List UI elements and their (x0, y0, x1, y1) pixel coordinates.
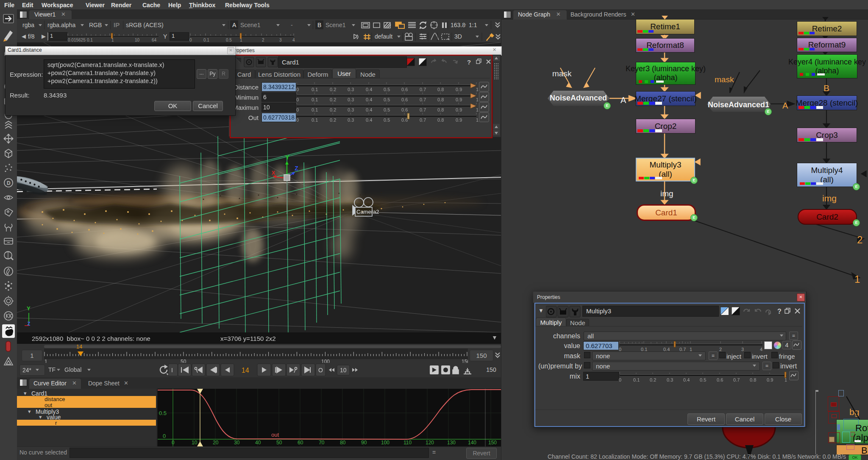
svg-text:90: 90 (361, 440, 367, 446)
svg-text:2: 2 (719, 347, 722, 352)
svg-text:0.1: 0.1 (633, 377, 640, 382)
svg-text:0.3: 0.3 (348, 117, 354, 123)
svg-text:I: I (171, 367, 173, 374)
svg-text:0.6: 0.6 (401, 87, 408, 92)
svg-text:0.7: 0.7 (420, 97, 426, 102)
svg-text:3: 3 (279, 38, 282, 42)
svg-text:1: 1 (476, 107, 479, 112)
svg-text:150: 150 (488, 440, 497, 446)
svg-text:0.3: 0.3 (348, 97, 354, 102)
svg-text:0: 0 (296, 117, 299, 123)
svg-text:0: 0 (619, 377, 621, 382)
svg-text:120: 120 (426, 440, 434, 446)
svg-text:0.4: 0.4 (683, 377, 690, 382)
svg-text:Camera2: Camera2 (356, 209, 379, 215)
svg-text:1: 1 (476, 97, 479, 102)
svg-text:0.3: 0.3 (667, 377, 673, 382)
svg-text:0.5: 0.5 (700, 377, 706, 382)
svg-text:0.6: 0.6 (401, 97, 408, 102)
svg-text:0.2: 0.2 (330, 117, 336, 123)
svg-text:3D: 3D (454, 33, 462, 40)
svg-text:20: 20 (213, 440, 219, 446)
svg-text:80: 80 (340, 440, 346, 446)
svg-text:0.5: 0.5 (384, 87, 390, 92)
svg-text:0.4: 0.4 (366, 117, 372, 123)
svg-text:0.4: 0.4 (366, 87, 372, 92)
svg-text:1: 1 (476, 117, 479, 123)
svg-text:0.3: 0.3 (348, 87, 354, 92)
svg-text:0.6: 0.6 (401, 117, 408, 123)
svg-text:0: 0 (296, 107, 299, 112)
svg-text:0.8: 0.8 (437, 107, 444, 112)
svg-text:0.4: 0.4 (366, 97, 372, 102)
svg-text:X: X (272, 170, 275, 176)
svg-text:?: ? (777, 308, 782, 315)
svg-text:out: out (271, 432, 279, 438)
svg-text:0.9: 0.9 (456, 87, 462, 92)
svg-text:0: 0 (172, 440, 175, 446)
svg-text:130: 130 (447, 440, 456, 446)
svg-text:140: 140 (468, 440, 476, 446)
svg-text:0.9: 0.9 (456, 107, 462, 112)
svg-text:0.1: 0.1 (87, 38, 93, 42)
svg-text:0: 0 (189, 38, 192, 42)
svg-text:0.5: 0.5 (384, 97, 390, 102)
svg-text:30: 30 (234, 440, 240, 446)
svg-text:0.8: 0.8 (437, 117, 444, 123)
svg-text:0.2: 0.2 (650, 377, 656, 382)
svg-text:0.9: 0.9 (456, 97, 462, 102)
svg-text:0.015625: 0.015625 (68, 38, 86, 42)
svg-text:O: O (318, 367, 323, 374)
svg-text:1: 1 (476, 87, 479, 92)
svg-text:1: 1 (111, 38, 114, 42)
svg-text:Y: Y (27, 305, 31, 312)
svg-text:0.7: 0.7 (420, 87, 426, 92)
svg-text:0.2: 0.2 (330, 107, 336, 112)
svg-text:3: 3 (741, 347, 744, 352)
svg-text:4: 4 (760, 347, 762, 352)
svg-text:0.5: 0.5 (159, 410, 167, 416)
svg-text:0.8: 0.8 (437, 87, 444, 92)
svg-text:Y: Y (285, 153, 289, 161)
svg-text:10: 10 (192, 440, 198, 446)
svg-text:0.1: 0.1 (312, 117, 318, 123)
svg-text:70: 70 (319, 440, 325, 446)
svg-text:0.1: 0.1 (312, 87, 318, 92)
svg-text:0.1: 0.1 (203, 38, 209, 42)
svg-text:0.4: 0.4 (366, 107, 372, 112)
svg-text:0.7: 0.7 (420, 107, 426, 112)
svg-text:Z: Z (295, 165, 298, 172)
svg-text:0: 0 (296, 87, 299, 92)
svg-text:D: D (7, 180, 11, 186)
svg-text:0: 0 (163, 433, 166, 439)
svg-text:0.3: 0.3 (348, 107, 354, 112)
svg-text:2: 2 (262, 38, 264, 42)
svg-text:14: 14 (242, 367, 249, 374)
svg-text:4: 4 (292, 38, 295, 42)
svg-text:110: 110 (403, 440, 412, 446)
svg-text:1: 1 (785, 377, 787, 382)
svg-text:1: 1 (240, 38, 242, 42)
svg-text:50: 50 (276, 440, 282, 446)
svg-text:64: 64 (152, 38, 157, 42)
svg-text:10: 10 (340, 367, 347, 374)
svg-text:0.7: 0.7 (733, 377, 740, 382)
svg-text:40: 40 (255, 440, 261, 446)
svg-text:100: 100 (381, 440, 389, 446)
svg-text:0.6: 0.6 (401, 107, 408, 112)
svg-text:?: ? (467, 59, 471, 66)
svg-text:0.8: 0.8 (750, 377, 756, 382)
svg-text:0.9: 0.9 (456, 117, 462, 123)
svg-text:0.5: 0.5 (384, 117, 390, 123)
svg-text:10: 10 (135, 38, 140, 42)
svg-text:0.9: 0.9 (767, 377, 773, 382)
svg-text:0.1: 0.1 (312, 97, 318, 102)
svg-text:0: 0 (296, 97, 299, 102)
svg-text:0.8: 0.8 (437, 97, 444, 102)
svg-text:0.2: 0.2 (330, 97, 336, 102)
svg-text:0.2: 0.2 (330, 87, 336, 92)
svg-text:Z: Z (27, 321, 30, 327)
svg-text:0.5: 0.5 (226, 38, 232, 42)
svg-text:0.6: 0.6 (717, 377, 723, 382)
svg-text:60: 60 (298, 440, 303, 446)
